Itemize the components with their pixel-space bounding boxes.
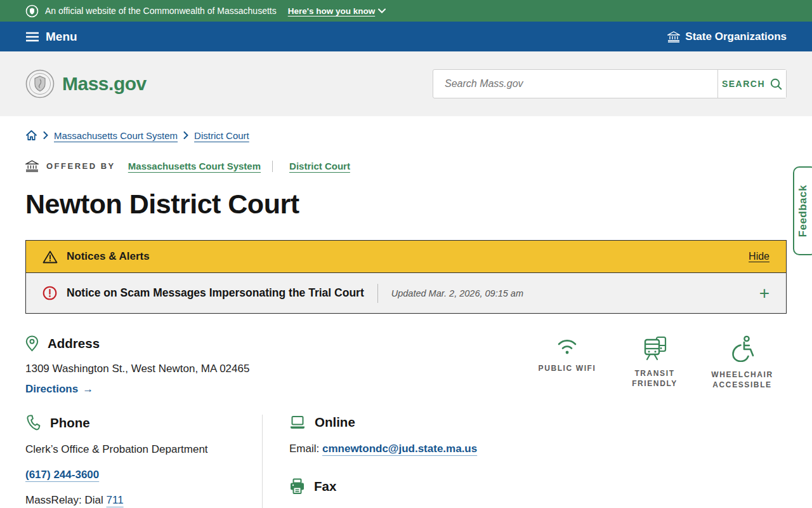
notice-row[interactable]: Notice on Scam Messages Impersonating th… [26,272,786,313]
breadcrumb-court-system[interactable]: Massachusetts Court System [54,130,178,141]
phone-heading: Phone [50,415,90,431]
breadcrumb-district-court[interactable]: District Court [194,130,249,141]
alert-circle-icon [43,286,57,300]
location-info-row: Address 1309 Washington St., West Newton… [0,314,812,396]
site-header: Mass.gov SEARCH [0,51,812,116]
divider [377,284,378,303]
home-icon[interactable] [25,130,37,141]
main-navigation-bar: Menu State Organizations [0,22,812,51]
search-button[interactable]: SEARCH [717,70,786,98]
wifi-icon [554,335,580,356]
massrelay-line: MassRelay: Dial 711 [25,494,262,507]
amenity-transit-friendly: TRANSIT FRIENDLY [619,335,690,396]
search-box: SEARCH [433,69,787,98]
massgov-seal-icon [25,69,55,98]
amenity-label: WHEELCHAIR ACCESSIBLE [707,370,778,390]
warning-triangle-icon [43,250,58,264]
amenity-label: TRANSIT FRIENDLY [619,368,690,389]
page-title: Newton District Court [0,172,812,220]
official-banner: An official website of the Commonwealth … [0,0,812,22]
heres-how-you-know-link[interactable]: Here's how you know [288,6,386,16]
banner-text: An official website of the Commonwealth … [45,6,277,16]
phone-number-link[interactable]: (617) 244-3600 [25,469,99,481]
offered-by-court-system-link[interactable]: Massachusetts Court System [128,161,261,171]
chevron-right-icon [43,131,48,139]
divider [272,161,273,172]
laptop-icon [289,415,306,430]
search-input[interactable] [433,70,717,98]
menu-button[interactable]: Menu [25,30,77,44]
offered-by-label: OFFERED BY [46,161,115,171]
phone-section: Phone Clerk’s Office & Probation Departm… [25,415,262,508]
offered-by-district-court-link[interactable]: District Court [289,161,350,171]
alerts-header: Notices & Alerts Hide [26,241,786,272]
feedback-label: Feedback [797,185,809,237]
email-line: Email: cmnewtondc@jud.state.ma.us [289,443,477,455]
feedback-button[interactable]: Feedback [793,166,812,255]
address-line: 1309 Washington St., West Newton, MA 024… [25,363,249,375]
phone-department: Clerk’s Office & Probation Department [25,443,262,456]
online-fax-section: Online Email: cmnewtondc@jud.state.ma.us… [263,415,477,508]
wheelchair-icon [730,335,755,362]
phone-icon [25,415,41,431]
address-heading: Address [48,336,100,351]
email-link[interactable]: cmnewtondc@jud.state.ma.us [322,443,477,455]
notices-alerts-panel: Notices & Alerts Hide Notice on Scam Mes… [25,240,787,314]
address-section: Address 1309 Washington St., West Newton… [25,335,249,396]
contact-columns: Phone Clerk’s Office & Probation Departm… [0,396,812,508]
alerts-title: Notices & Alerts [67,250,150,263]
amenity-wheelchair-accessible: WHEELCHAIR ACCESSIBLE [707,335,778,396]
arrow-right-icon: → [82,383,93,396]
massrelay-711-link[interactable]: 711 [107,494,124,506]
state-organizations-link[interactable]: State Organizations [667,30,787,43]
search-icon [770,78,782,90]
offered-by-row: OFFERED BY Massachusetts Court System Di… [0,141,812,172]
hamburger-icon [25,32,39,42]
directions-link[interactable]: Directions → [25,383,93,396]
notice-title: Notice on Scam Messages Impersonating th… [67,286,364,300]
expand-notice-button[interactable]: + [759,284,769,302]
amenity-label: PUBLIC WIFI [539,363,596,373]
amenity-public-wifi: PUBLIC WIFI [532,335,603,396]
state-seal-icon [25,4,39,18]
massgov-logo-text: Mass.gov [62,73,147,95]
notice-updated-timestamp: Updated Mar. 2, 2026, 09:15 am [391,288,523,298]
state-organizations-label: State Organizations [685,30,787,43]
transit-icon [641,335,668,361]
massgov-logo[interactable]: Mass.gov [25,69,147,98]
map-pin-icon [25,335,39,352]
building-icon [25,160,39,172]
menu-label: Menu [46,30,77,44]
amenities-group: PUBLIC WIFI TRANSIT FRIENDLY [532,335,787,396]
government-building-icon [667,31,680,43]
online-heading: Online [315,415,355,430]
breadcrumb: Massachusetts Court System District Cour… [0,116,812,141]
chevron-down-icon [378,8,386,13]
fax-printer-icon [289,478,305,495]
fax-heading: Fax [314,479,336,494]
chevron-right-icon [183,131,188,139]
hide-alerts-link[interactable]: Hide [749,251,769,262]
